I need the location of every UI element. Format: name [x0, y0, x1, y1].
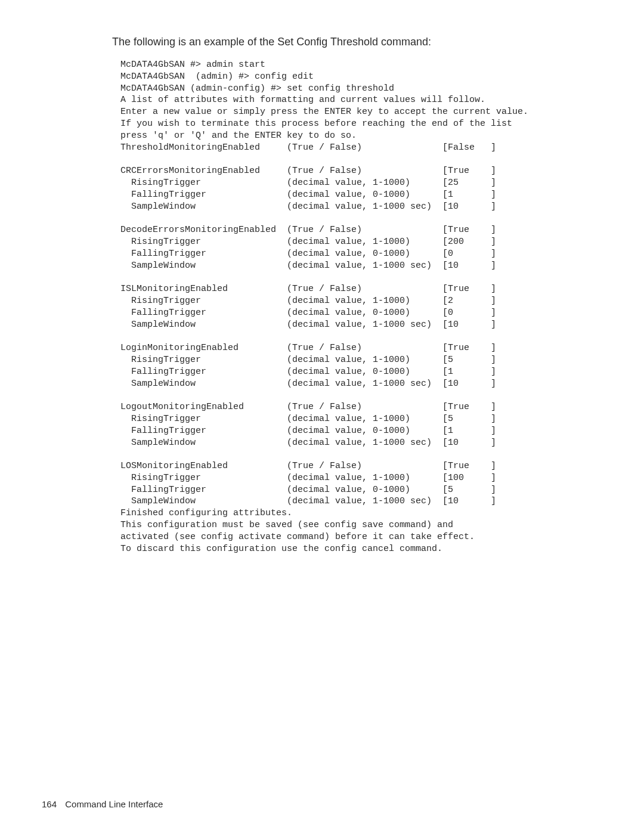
terminal-output: McDATA4GbSAN #> admin start McDATA4GbSAN…	[120, 59, 602, 555]
intro-text: The following is an example of the Set C…	[112, 36, 602, 48]
page-number: 164	[42, 799, 57, 809]
footer-title: Command Line Interface	[65, 799, 163, 809]
terminal-wrap: McDATA4GbSAN #> admin start McDATA4GbSAN…	[120, 59, 602, 555]
page-footer: 164 Command Line Interface	[42, 799, 163, 809]
page: The following is an example of the Set C…	[0, 0, 644, 833]
intro-wrap: The following is an example of the Set C…	[112, 36, 602, 48]
